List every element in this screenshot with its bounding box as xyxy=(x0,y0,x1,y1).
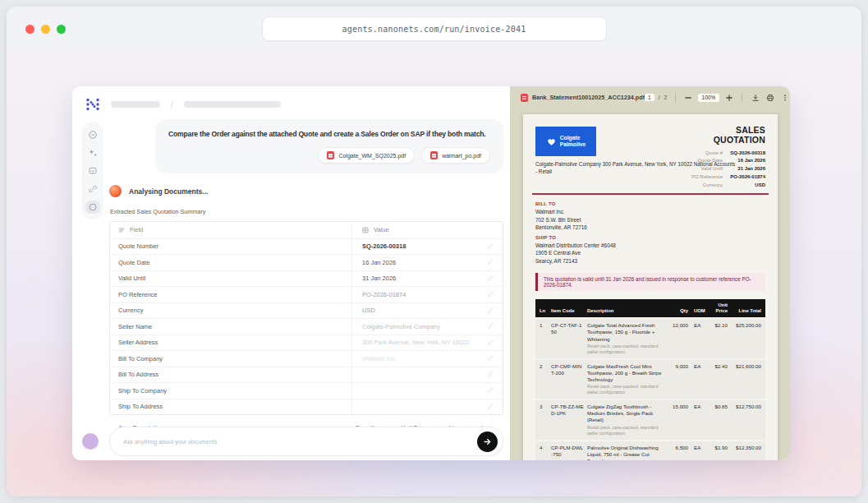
table-row: Currency USD xyxy=(110,302,503,319)
kebab-menu-icon[interactable] xyxy=(779,92,790,103)
address-bar[interactable]: agents.nanonets.com/run/invoice-2041 xyxy=(262,16,607,41)
edit-pencil-icon[interactable] xyxy=(487,404,494,410)
pdf-page[interactable]: ColgatePalmolive Colgate-Palmolive Compa… xyxy=(523,114,778,460)
field-value-cell[interactable]: 31 Jan 2026 xyxy=(352,271,503,287)
minimize-window-button[interactable] xyxy=(41,25,50,34)
field-value-cell[interactable]: USD xyxy=(352,303,503,319)
download-icon[interactable] xyxy=(750,92,760,103)
meta-row: Quote # SQ-2026-00318 xyxy=(663,150,765,158)
browser-titlebar: agents.nanonets.com/run/invoice-2041 xyxy=(7,7,861,51)
circle-minus-icon[interactable] xyxy=(85,128,100,141)
edit-pencil-icon[interactable] xyxy=(487,355,494,362)
edit-pencil-icon[interactable] xyxy=(487,339,494,346)
item-line-number: 2 xyxy=(540,363,548,395)
breadcrumb-separator: / xyxy=(171,100,173,109)
field-value-cell[interactable]: Colgate-Palmolive Company xyxy=(352,319,503,335)
meta-label: PO Reference xyxy=(691,173,723,182)
close-window-button[interactable] xyxy=(25,25,34,34)
item-qty: 12,000 xyxy=(668,322,688,354)
item-row: 4 CP-PLM-DWL-750 Palmolive Original Dish… xyxy=(535,441,765,460)
edit-pencil-icon[interactable] xyxy=(487,387,494,394)
meta-value: 16 Jan 2026 xyxy=(728,157,765,165)
page-number-input[interactable]: 1 xyxy=(645,94,654,101)
field-value-cell[interactable]: Walmart Inc. xyxy=(352,351,503,367)
field-name: Ship To Address xyxy=(110,399,352,415)
pdf-viewer-pane: Bank_Statement10012025_ACC1234.pdf 1 / 2… xyxy=(510,86,790,460)
field-value: PO-2026-01874 xyxy=(362,291,406,298)
item-description-sub: Retail-pack, case-packed, standard palle… xyxy=(587,425,665,436)
item-description-sub: Retail-pack, case-packed, standard palle… xyxy=(587,344,665,355)
edit-pencil-icon[interactable] xyxy=(487,307,494,314)
attachment-chip[interactable]: walmart_po.pdf xyxy=(421,147,490,164)
field-value-cell[interactable]: PO-2026-01874 xyxy=(352,287,503,302)
toolbar-divider xyxy=(742,93,742,102)
item-code: CP-CT-TAF-150 xyxy=(551,322,584,354)
heart-hands-icon xyxy=(546,136,557,147)
edit-pencil-icon[interactable] xyxy=(487,323,494,330)
field-value-cell[interactable]: 16 Jan 2026 xyxy=(352,255,503,270)
items-table-header: Ln Item Code Description Qty UOM Unit Pr… xyxy=(535,299,765,318)
field-value-cell[interactable] xyxy=(352,383,503,399)
meta-value: PO-2026-01874 xyxy=(728,173,765,182)
analysing-spinner-icon xyxy=(109,185,122,197)
chat-content: Compare the Order against the attached Q… xyxy=(109,119,503,441)
app-card: / xyxy=(72,86,790,460)
loading-circle-icon[interactable] xyxy=(85,201,100,214)
table-row: Quote Number SQ-2026-00318 xyxy=(110,238,503,255)
document-title: SALESQUOTATION xyxy=(663,126,765,145)
meta-row: Valid Until 31 Jan 2026 xyxy=(663,165,765,173)
item-code: CP-PLM-DWL-750 xyxy=(551,445,584,460)
zoom-window-button[interactable] xyxy=(57,25,66,34)
field-name: Seller Address xyxy=(110,335,352,351)
document-header: ColgatePalmolive Colgate-Palmolive Compa… xyxy=(535,127,765,186)
field-value-cell[interactable] xyxy=(352,399,503,415)
zoom-in-icon[interactable] xyxy=(723,92,734,103)
edit-pencil-icon[interactable] xyxy=(487,243,494,250)
value-column-header[interactable]: Value xyxy=(352,222,503,238)
table-row: Valid Until 31 Jan 2026 xyxy=(110,270,503,287)
field-column-header[interactable]: Field xyxy=(110,222,352,238)
edit-pencil-icon[interactable] xyxy=(487,291,494,298)
ship-to-label: SHIP TO xyxy=(535,235,765,240)
print-icon[interactable] xyxy=(765,92,775,103)
zoom-level[interactable]: 100% xyxy=(698,94,720,102)
edit-pencil-icon[interactable] xyxy=(487,259,494,265)
pdf-filename: Bank_Statement10012025_ACC1234.pdf xyxy=(532,94,645,101)
ship-to-block: SHIP TO Walmart Distribution Center #604… xyxy=(535,235,765,265)
sparkles-icon[interactable] xyxy=(85,146,100,159)
item-unit-price: $1.90 xyxy=(709,445,728,460)
field-value-cell[interactable]: 300 Park Avenue, New York, NY 10022 xyxy=(352,335,503,351)
field-value: Colgate-Palmolive Company xyxy=(362,323,440,330)
chat-icon[interactable] xyxy=(85,164,100,178)
table-row: Quote Date 16 Jan 2026 xyxy=(110,254,503,270)
edit-pencil-icon[interactable] xyxy=(487,371,494,378)
chat-input[interactable] xyxy=(123,438,477,445)
chat-bar xyxy=(82,427,503,456)
field-value: 300 Park Avenue, New York, NY 10022 xyxy=(362,339,469,346)
quote-meta-rows: Quote # SQ-2026-00318 Quote Date 16 Jan … xyxy=(663,150,765,190)
value-column-icon xyxy=(362,227,369,233)
edit-pencil-icon[interactable] xyxy=(487,275,494,282)
page-total: 2 xyxy=(664,95,668,100)
summary-table: Field Value Quote Number xyxy=(109,221,503,415)
item-description-sub: Retail-pack, case-packed, standard palle… xyxy=(587,384,665,395)
field-name: Quote Date xyxy=(110,255,352,270)
attachment-name: walmart_po.pdf xyxy=(442,153,481,159)
toolbar-divider xyxy=(675,93,676,102)
meta-row: PO Reference PO-2026-01874 xyxy=(663,173,765,182)
address-line: 702 S.W. 8th Street xyxy=(535,216,765,224)
field-value-cell[interactable] xyxy=(352,367,503,383)
chat-pane: / xyxy=(72,86,510,460)
attachment-name: Colgate_WM_SQ2025.pdf xyxy=(338,153,406,159)
item-row: 1 CP-CT-TAF-150 Colgate Total Advanced F… xyxy=(535,319,765,358)
breadcrumb-skeleton xyxy=(184,101,281,108)
attachment-chip[interactable]: Colgate_WM_SQ2025.pdf xyxy=(318,147,415,164)
zoom-out-icon[interactable] xyxy=(683,92,694,103)
link-icon[interactable] xyxy=(85,182,100,196)
send-button[interactable] xyxy=(477,431,498,452)
crimson-rule xyxy=(532,193,769,195)
bill-to-lines: Walmart Inc.702 S.W. 8th StreetBentonvil… xyxy=(535,208,765,232)
address-line: Searcy, AR 72143 xyxy=(535,257,765,265)
tool-rail xyxy=(82,122,103,219)
field-value-cell[interactable]: SQ-2026-00318 xyxy=(352,239,503,255)
